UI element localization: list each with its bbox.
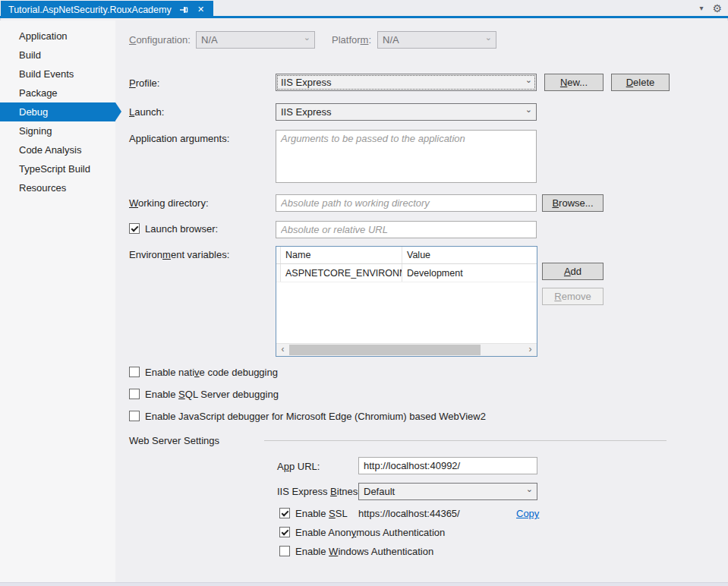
- window-bottom-edge: [0, 582, 728, 586]
- tab-title: Tutorial.AspNetSecurity.RouxAcademy: [8, 5, 172, 15]
- chevron-down-icon: ⌄: [525, 75, 532, 85]
- working-directory-input[interactable]: [276, 194, 537, 212]
- column-header-value[interactable]: Value: [402, 250, 537, 260]
- iis-express-bitness-select[interactable]: Default ⌄: [358, 483, 537, 500]
- application-arguments-input[interactable]: [276, 130, 537, 183]
- ssl-url-value: https://localhost:44365/: [358, 508, 460, 519]
- profile-label: Profile:: [129, 77, 159, 89]
- app-url-input[interactable]: [358, 457, 537, 474]
- iis-express-bitness-label: IIS Express Bitness:: [277, 486, 365, 497]
- scrollbar-thumb[interactable]: [289, 345, 481, 355]
- enable-sql-debugging-checkbox[interactable]: [129, 389, 140, 399]
- enable-native-debugging-checkbox[interactable]: [129, 367, 140, 377]
- enable-anonymous-auth-checkbox[interactable]: [279, 527, 290, 537]
- launch-browser-label: Launch browser:: [145, 223, 218, 235]
- enable-js-debugger-checkbox[interactable]: [129, 411, 140, 421]
- scroll-right-icon[interactable]: ›: [524, 344, 537, 356]
- chevron-down-icon: ⌄: [304, 33, 310, 43]
- project-properties-window: Tutorial.AspNetSecurity.RouxAcademy ✕ ▾ …: [0, 0, 728, 586]
- launch-browser-checkbox[interactable]: [129, 223, 140, 234]
- platform-value: N/A: [383, 34, 399, 46]
- launch-value: IIS Express: [281, 106, 331, 118]
- enable-sql-debugging-label: Enable SQL Server debugging: [145, 389, 279, 400]
- environment-variables-label: Environment variables:: [129, 249, 229, 260]
- remove-env-var-button[interactable]: Remove: [542, 288, 604, 305]
- env-var-value-cell[interactable]: Development: [402, 268, 537, 279]
- sidebar-item-resources[interactable]: Resources: [0, 178, 115, 197]
- platform-select: N/A ⌄: [377, 31, 496, 49]
- chevron-down-icon: ⌄: [525, 105, 532, 115]
- enable-native-debugging-label: Enable native code debugging: [145, 367, 278, 378]
- environment-variables-table[interactable]: Name Value ASPNETCORE_ENVIRONMENT Develo…: [276, 246, 537, 357]
- section-divider: [264, 440, 667, 441]
- sidebar-item-signing[interactable]: Signing: [0, 121, 115, 140]
- bitness-value: Default: [364, 486, 395, 497]
- enable-js-debugger-label: Enable JavaScript debugger for Microsoft…: [145, 411, 486, 422]
- configuration-label: Configuration:: [129, 34, 191, 46]
- enable-windows-auth-checkbox[interactable]: [279, 546, 290, 556]
- enable-ssl-checkbox[interactable]: [279, 508, 290, 518]
- launch-label: Launch:: [129, 106, 164, 118]
- table-row[interactable]: ASPNETCORE_ENVIRONMENT Development: [276, 264, 537, 282]
- sidebar-item-code-analysis[interactable]: Code Analysis: [0, 140, 115, 159]
- enable-windows-auth-label: Enable Windows Authentication: [295, 546, 433, 557]
- configuration-value: N/A: [201, 34, 218, 46]
- sidebar-item-build-events[interactable]: Build Events: [0, 65, 115, 83]
- application-arguments-label: Application arguments:: [129, 133, 229, 144]
- launch-browser-url-input[interactable]: [276, 221, 537, 238]
- working-directory-label: Working directory:: [129, 197, 209, 209]
- sidebar-item-package[interactable]: Package: [0, 83, 115, 102]
- pin-icon[interactable]: [178, 5, 189, 15]
- configuration-select: N/A ⌄: [196, 31, 315, 49]
- enable-anonymous-auth-label: Enable Anonymous Authentication: [295, 527, 445, 538]
- close-icon[interactable]: ✕: [196, 5, 206, 15]
- gear-icon[interactable]: ⚙: [712, 2, 722, 14]
- chevron-down-icon: ⌄: [485, 33, 492, 43]
- add-env-var-button[interactable]: Add: [542, 263, 604, 280]
- document-tab-bar: Tutorial.AspNetSecurity.RouxAcademy ✕ ▾ …: [0, 0, 728, 18]
- app-url-label: App URL:: [277, 461, 320, 472]
- delete-profile-button[interactable]: Delete: [611, 74, 670, 91]
- debug-page-content: Configuration: N/A ⌄ Platform: N/A ⌄ Pro…: [115, 20, 728, 582]
- platform-label: Platform:: [332, 34, 371, 46]
- enable-ssl-label: Enable SSL: [295, 508, 348, 519]
- chevron-down-icon[interactable]: ▾: [699, 2, 703, 14]
- sidebar-item-debug[interactable]: Debug: [0, 102, 115, 121]
- profile-value: IIS Express: [281, 77, 331, 88]
- copy-ssl-url-link[interactable]: Copy: [516, 508, 539, 519]
- main-area: Application Build Build Events Package D…: [0, 20, 728, 582]
- column-header-name[interactable]: Name: [281, 247, 402, 263]
- env-var-name-cell[interactable]: ASPNETCORE_ENVIRONMENT: [281, 264, 402, 282]
- launch-select[interactable]: IIS Express ⌄: [276, 103, 537, 121]
- horizontal-scrollbar[interactable]: ‹ ›: [276, 343, 537, 356]
- scroll-left-icon[interactable]: ‹: [276, 344, 289, 356]
- table-header-row: Name Value: [276, 247, 537, 264]
- active-document-tab[interactable]: Tutorial.AspNetSecurity.RouxAcademy ✕: [1, 1, 213, 18]
- sidebar-item-build[interactable]: Build: [0, 46, 115, 65]
- profile-select[interactable]: IIS Express ⌄: [276, 74, 537, 91]
- chevron-down-icon: ⌄: [526, 484, 533, 494]
- sidebar-item-typescript-build[interactable]: TypeScript Build: [0, 159, 115, 178]
- new-profile-button[interactable]: New...: [544, 74, 604, 91]
- sidebar-item-application[interactable]: Application: [0, 27, 115, 46]
- web-server-settings-heading: Web Server Settings: [129, 435, 219, 446]
- properties-sidebar: Application Build Build Events Package D…: [0, 20, 115, 582]
- browse-button[interactable]: Browse...: [542, 194, 604, 212]
